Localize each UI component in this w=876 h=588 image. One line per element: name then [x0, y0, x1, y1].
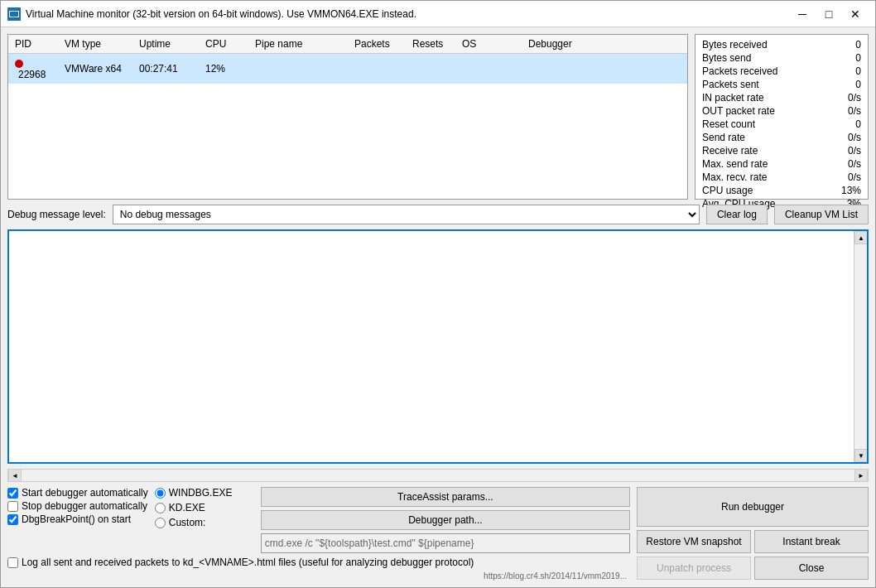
debug-level-select[interactable]: No debug messages Errors only Verbose Ve…: [113, 205, 700, 224]
cell-cpu: 12%: [202, 61, 252, 76]
log-panel: ▲ ▼: [7, 229, 869, 464]
main-window: Virtual Machine monitor (32-bit version …: [0, 0, 876, 588]
stat-in-packet-rate: IN packet rate 0/s: [702, 91, 861, 104]
stop-debugger-checkbox[interactable]: [7, 501, 18, 512]
stat-cpu-usage: CPU usage 13%: [702, 184, 861, 197]
windbg-radio[interactable]: [155, 488, 166, 499]
app-icon: [7, 7, 21, 21]
cleanup-vm-list-button[interactable]: Cleanup VM List: [774, 205, 869, 224]
debugger-exe-options: WINDBG.EXE KD.EXE Custom:: [155, 487, 254, 528]
col-vmtype: VM type: [61, 36, 136, 51]
check-stop-debugger: Stop debugger automatically: [7, 500, 148, 512]
cell-os: [459, 67, 525, 70]
dbg-breakpoint-label: DbgBreakPoint() on start: [22, 513, 131, 525]
left-bottom: Start debugger automatically Stop debugg…: [7, 487, 630, 581]
bottom-scrollbar: ◄ ►: [7, 469, 869, 482]
stat-max-send-rate: Max. send rate 0/s: [702, 157, 861, 171]
check-start-debugger: Start debugger automatically: [7, 487, 148, 499]
cell-uptime: 00:27:41: [136, 61, 202, 76]
close-button-bottom[interactable]: Close: [754, 557, 869, 580]
stat-packets-received: Packets received 0: [702, 65, 861, 78]
stat-out-packet-rate: OUT packet rate 0/s: [702, 104, 861, 118]
check-log-packets: Log all sent and received packets to kd_…: [7, 557, 630, 568]
col-resets: Resets: [409, 36, 459, 51]
custom-label: Custom:: [169, 517, 206, 528]
windbg-label: WINDBG.EXE: [169, 487, 233, 499]
cell-packets: [351, 67, 409, 70]
trace-assist-button[interactable]: TraceAssist params...: [261, 487, 630, 507]
stat-bytes-send: Bytes send 0: [702, 51, 861, 65]
stat-reset-count: Reset count 0: [702, 118, 861, 131]
col-os: OS: [459, 36, 525, 51]
custom-radio[interactable]: [155, 518, 166, 528]
log-packets-label: Log all sent and received packets to kd_…: [22, 557, 474, 568]
debug-level-label: Debug message level:: [7, 209, 106, 220]
unpatch-process-button: Unpatch process: [637, 557, 751, 580]
cell-resets: [409, 67, 459, 70]
clear-log-button[interactable]: Clear log: [706, 205, 768, 224]
bottom-right-grid: Restore VM snapshot Instant break Unpatc…: [637, 530, 869, 580]
radio-windbg: WINDBG.EXE: [155, 487, 254, 499]
main-bottom: Start debugger automatically Stop debugg…: [7, 487, 869, 581]
run-debugger-button[interactable]: Run debugger: [637, 487, 869, 527]
custom-path-input[interactable]: [261, 533, 630, 553]
check-dbg-breakpoint: DbgBreakPoint() on start: [7, 513, 148, 525]
col-uptime: Uptime: [136, 36, 202, 51]
start-debugger-checkbox[interactable]: [7, 488, 18, 499]
scrollbar-down-button[interactable]: ▼: [854, 449, 868, 462]
restore-snapshot-button[interactable]: Restore VM snapshot: [637, 530, 751, 553]
maximize-button[interactable]: □: [816, 2, 842, 26]
cell-pipename: [252, 67, 351, 70]
stat-receive-rate: Receive rate 0/s: [702, 144, 861, 157]
debugger-path-section: TraceAssist params... Debugger path...: [261, 487, 630, 553]
col-pipename: Pipe name: [252, 36, 351, 51]
debug-level-row: Debug message level: No debug messages E…: [7, 205, 869, 224]
cell-vmtype: VMWare x64: [61, 61, 136, 76]
col-cpu: CPU: [202, 36, 252, 51]
right-bottom: Run debugger Restore VM snapshot Instant…: [637, 487, 869, 581]
hscroll-right-button[interactable]: ►: [854, 469, 868, 482]
url-bar: https://blog.cr4.sh/2014/11/vmm2019...: [7, 571, 630, 581]
radio-kd: KD.EXE: [155, 502, 254, 513]
stats-panel: Bytes received 0 Bytes send 0 Packets re…: [695, 34, 869, 200]
vm-table-panel: PID VM type Uptime CPU Pipe name Packets…: [7, 34, 688, 200]
log-scrollbar: ▲ ▼: [854, 231, 867, 462]
table-row[interactable]: 22968 VMWare x64 00:27:41 12%: [8, 54, 687, 84]
dbg-breakpoint-checkbox[interactable]: [7, 514, 18, 525]
col-packets: Packets: [351, 36, 409, 51]
main-content: PID VM type Uptime CPU Pipe name Packets…: [1, 27, 875, 587]
stat-send-rate: Send rate 0/s: [702, 131, 861, 144]
close-button[interactable]: ✕: [842, 2, 869, 26]
kd-radio[interactable]: [155, 503, 166, 513]
titlebar: Virtual Machine monitor (32-bit version …: [1, 1, 875, 27]
col-debugger: Debugger: [525, 36, 583, 51]
kd-label: KD.EXE: [169, 502, 205, 513]
stat-max-recv-rate: Max. recv. rate 0/s: [702, 171, 861, 184]
radio-custom: Custom:: [155, 517, 254, 528]
scrollbar-up-button[interactable]: ▲: [854, 231, 868, 244]
window-title: Virtual Machine monitor (32-bit version …: [26, 8, 789, 20]
window-controls: ─ □ ✕: [789, 2, 869, 26]
col-pid: PID: [12, 36, 61, 51]
cell-pid: 22968: [12, 55, 61, 82]
vm-table-header: PID VM type Uptime CPU Pipe name Packets…: [8, 35, 687, 54]
instant-break-button[interactable]: Instant break: [754, 530, 869, 553]
hscroll-left-button[interactable]: ◄: [8, 469, 22, 482]
stop-debugger-label: Stop debugger automatically: [22, 500, 147, 512]
svg-rect-2: [10, 12, 18, 17]
minimize-button[interactable]: ─: [789, 2, 816, 26]
top-section: PID VM type Uptime CPU Pipe name Packets…: [7, 34, 869, 200]
url-text: https://blog.cr4.sh/2014/11/vmm2019...: [484, 571, 627, 581]
stat-packets-sent: Packets sent 0: [702, 78, 861, 91]
left-checks: Start debugger automatically Stop debugg…: [7, 487, 148, 525]
start-debugger-label: Start debugger automatically: [22, 487, 148, 499]
scrollbar-track[interactable]: [854, 244, 867, 449]
cell-debugger: [525, 67, 583, 70]
log-packets-checkbox[interactable]: [7, 557, 18, 568]
stat-bytes-received: Bytes received 0: [702, 38, 861, 51]
log-content[interactable]: [9, 231, 854, 462]
debugger-path-button[interactable]: Debugger path...: [261, 510, 630, 530]
